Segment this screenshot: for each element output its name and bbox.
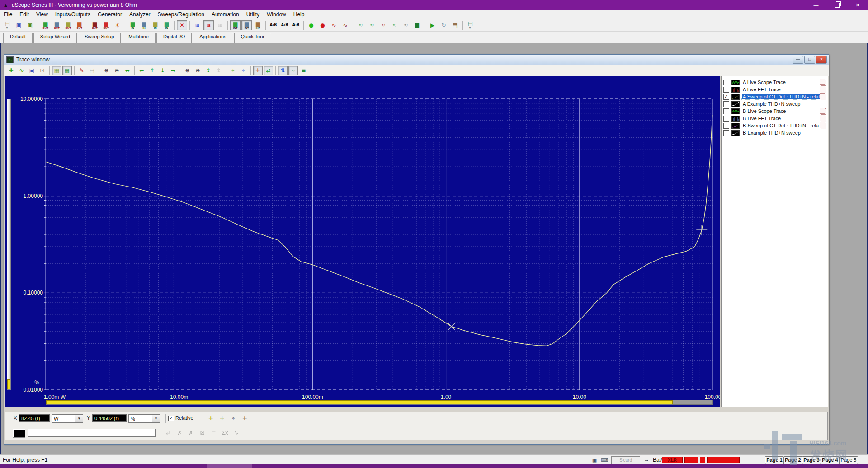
export-setup-button[interactable]: ▣ <box>25 20 35 30</box>
trace-visibility-checkbox[interactable] <box>723 108 729 114</box>
chevron-down-icon[interactable]: ▾ <box>6 26 8 30</box>
generator-output-monitor-button[interactable]: ▆OUT <box>40 20 51 30</box>
copy-trace-icon[interactable] <box>821 87 826 93</box>
x-cursor-value[interactable]: 82.45 (r) <box>19 414 50 422</box>
y-cursor-value[interactable]: 0.44502 (r) <box>92 414 127 422</box>
internal-reference-button[interactable]: ▆INT <box>253 20 263 30</box>
add-trace-button[interactable]: ✚ <box>6 66 16 75</box>
trace-row[interactable]: B Sweep of CT Det : THD+N - rela <box>722 122 828 129</box>
menu-window[interactable]: Window <box>263 10 290 19</box>
cursor-track-button[interactable]: ✛ <box>253 66 263 75</box>
channel-copy-a-b-button[interactable]: A:B <box>279 20 290 30</box>
script-log-button[interactable]: ▤ <box>450 20 460 30</box>
add-x-cursor-button[interactable]: ✛ <box>206 413 216 423</box>
generator-output-level-button[interactable]: ▆OUT <box>63 20 73 30</box>
soundcard-button[interactable]: S'card <box>611 456 640 464</box>
zoom-y-out-button[interactable]: ⊖ <box>193 66 203 75</box>
generator-output-connector-button[interactable]: ▆OUT <box>52 20 62 30</box>
cursor-align-button[interactable]: ✛ <box>240 413 250 423</box>
copy-trace-icon[interactable] <box>821 80 826 86</box>
trace-visibility-checkbox[interactable] <box>723 123 729 129</box>
minimize-button[interactable]: — <box>806 0 826 10</box>
page-button-4[interactable]: Page 4 <box>821 456 840 464</box>
trace-label[interactable]: A Live Scope Trace <box>742 80 787 85</box>
edit-trace-button[interactable]: ✎ <box>77 66 86 75</box>
restore-button[interactable] <box>826 0 847 10</box>
sweep-abort-button[interactable]: ≈ <box>378 20 388 30</box>
internal-level-button[interactable]: ▆INT <box>241 20 252 30</box>
tab-applications[interactable]: Applications <box>193 33 233 43</box>
trace-label[interactable]: A Example THD+N sweep <box>742 101 801 107</box>
analyzer-input-monitor-button[interactable]: ▆IN <box>127 20 138 30</box>
tab-setup-wizard[interactable]: Setup Wizard <box>33 33 77 43</box>
x-axis-options-button[interactable]: ≈ <box>288 66 298 75</box>
digital-output-button[interactable]: ▆OUT <box>90 20 100 30</box>
grid-options-button[interactable]: ▩ <box>62 66 72 75</box>
trace-row[interactable]: B Example THD+N sweep <box>722 129 828 136</box>
menu-sweeps-regulation[interactable]: Sweeps/Regulation <box>154 10 208 19</box>
zoom-y-in-button[interactable]: ⊕ <box>183 66 192 75</box>
trace-row[interactable]: A Live FFT Trace <box>722 86 828 93</box>
cursor-one-button[interactable]: ⌖ <box>228 66 238 75</box>
zoom-x-in-button[interactable]: ⊕ <box>102 66 111 75</box>
menu-utility[interactable]: Utility <box>243 10 263 19</box>
cursor-to-trace-button[interactable]: ⌖ <box>228 413 239 423</box>
open-setup-button[interactable]: ▤▾ <box>2 20 13 30</box>
y-axis-scrollbar[interactable] <box>7 99 11 390</box>
menu-automation[interactable]: Automation <box>208 10 243 19</box>
script-play-button[interactable]: ▶ <box>427 20 438 30</box>
chevron-down-icon[interactable]: ▾ <box>469 26 471 30</box>
legend-toggle-button[interactable]: ≡ <box>299 66 308 75</box>
trace-row[interactable]: A Example THD+N sweep <box>722 100 828 108</box>
trace-label[interactable]: A Sweep of CT Det : THD+N - relat <box>742 94 821 99</box>
trace-minimize-button[interactable]: — <box>793 56 803 64</box>
report-generator-button[interactable]: ▤▾ <box>465 20 476 30</box>
trace-label[interactable]: B Example THD+N sweep <box>742 130 802 136</box>
menu-generator[interactable]: Generator <box>94 10 126 19</box>
tab-sweep-setup[interactable]: Sweep Setup <box>78 33 121 43</box>
script-loop-button[interactable]: ↻ <box>439 20 449 30</box>
trace-window-titlebar[interactable]: ∿ Trace window — □ ✕ <box>4 55 829 65</box>
tab-quick-tour[interactable]: Quick Tour <box>234 33 271 43</box>
x-axis-scrollbar-thumb[interactable] <box>46 400 673 404</box>
sweep-run-both-button[interactable]: ≈ <box>367 20 377 30</box>
regulation-down-button[interactable]: ∿ <box>340 20 350 30</box>
chart-area[interactable]: 10.000001.000000.100000.01000%1.00m W10.… <box>5 76 720 407</box>
copy-trace-button[interactable]: ⊡ <box>38 66 47 75</box>
channel-swap-a-b-button[interactable]: A:B <box>291 20 301 30</box>
pan-down-button[interactable]: ↓ <box>158 66 167 75</box>
copy-trace-icon[interactable] <box>821 123 826 129</box>
trace-visibility-checkbox[interactable] <box>723 130 729 136</box>
x-axis-scrollbar[interactable] <box>46 400 713 405</box>
trace-label[interactable]: B Live FFT Trace <box>742 116 782 121</box>
menu-help[interactable]: Help <box>290 10 308 19</box>
page-button-5[interactable]: Page 5 <box>839 456 858 464</box>
relative-checkbox[interactable]: ✓ <box>168 416 174 421</box>
trace-comment-input[interactable] <box>28 429 156 437</box>
trace-row[interactable]: A Live Scope Trace <box>722 79 828 86</box>
analyzer-input-level-button[interactable]: ▆IN <box>150 20 160 30</box>
chevron-down-icon[interactable]: ▼ <box>75 415 83 422</box>
menu-edit[interactable]: Edit <box>16 10 33 19</box>
y-unit-select[interactable]: %▼ <box>128 414 160 423</box>
fft-display-button[interactable]: ≋ <box>203 20 214 30</box>
copy-trace-icon[interactable] <box>821 108 826 115</box>
internal-monitor-button[interactable]: ▆INT <box>230 20 241 30</box>
digital-output-live-button[interactable]: ▆OUT <box>101 20 111 30</box>
scope-display-button[interactable]: ≋ <box>192 20 203 30</box>
menu-file[interactable]: File <box>0 10 16 19</box>
menu-view[interactable]: View <box>33 10 52 19</box>
fit-y-axis-button[interactable]: ↕ <box>203 66 213 75</box>
trace-visibility-checkbox[interactable]: ✓ <box>723 94 729 100</box>
menu-inputs-outputs[interactable]: Inputs/Outputs <box>52 10 94 19</box>
sweep-settle-button[interactable]: ≈ <box>401 20 411 30</box>
add-y-cursor-button[interactable]: ✛ <box>217 413 227 423</box>
sweep-single-button[interactable]: ≈ <box>389 20 400 30</box>
trace-row[interactable]: B Live FFT Trace <box>722 115 828 122</box>
tab-multitone[interactable]: Multitone <box>122 33 156 43</box>
copy-trace-icon[interactable] <box>821 94 826 100</box>
sweep-table-button[interactable]: ■ <box>412 20 422 30</box>
trace-visibility-checkbox[interactable] <box>723 80 729 85</box>
save-trace-button[interactable]: ▣ <box>27 66 37 75</box>
multitone-output-button[interactable]: ☀ <box>112 20 123 30</box>
